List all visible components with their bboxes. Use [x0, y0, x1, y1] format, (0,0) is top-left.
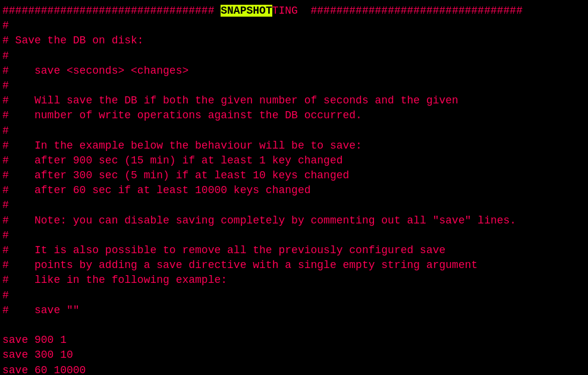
line-16: # — [2, 228, 586, 243]
line-12: # after 300 sec (5 min) if at least 10 k… — [2, 168, 586, 183]
line-14: # — [2, 198, 586, 213]
line-19: # like in the following example: — [2, 273, 586, 288]
line-22 — [2, 318, 586, 333]
line-24: save 300 10 — [2, 348, 586, 363]
line-7: # Will save the DB if both the given num… — [2, 93, 586, 108]
line-9: # — [2, 124, 586, 138]
line-3: # Save the DB on disk: — [2, 33, 586, 48]
line-18: # points by adding a save directive with… — [2, 258, 586, 273]
line-4: # — [2, 49, 586, 64]
line-1: ################################# SNAPSH… — [2, 4, 586, 18]
terminal-window: ################################# SNAPSH… — [0, 2, 588, 375]
hash-prefix: ################################# — [2, 5, 221, 17]
line-21: # save "" — [2, 303, 586, 318]
line-2: # — [2, 18, 586, 33]
line-20: # — [2, 288, 586, 303]
line-25: save 60 10000 — [2, 363, 586, 376]
line-17: # It is also possible to remove all the … — [2, 243, 586, 258]
ting-text: TING — [272, 5, 298, 17]
line-11: # after 900 sec (15 min) if at least 1 k… — [2, 153, 586, 168]
line-23: save 900 1 — [2, 333, 586, 348]
hash-suffix: ################################# — [298, 5, 523, 17]
line-13: # after 60 sec if at least 10000 keys ch… — [2, 183, 586, 198]
snapshot-highlight: SNAPSHOT — [221, 5, 272, 17]
line-15: # Note: you can disable saving completel… — [2, 213, 586, 228]
line-5: # save <seconds> <changes> — [2, 64, 586, 78]
line-8: # number of write operations against the… — [2, 108, 586, 123]
line-6: # — [2, 78, 586, 93]
line-10: # In the example below the behaviour wil… — [2, 138, 586, 153]
